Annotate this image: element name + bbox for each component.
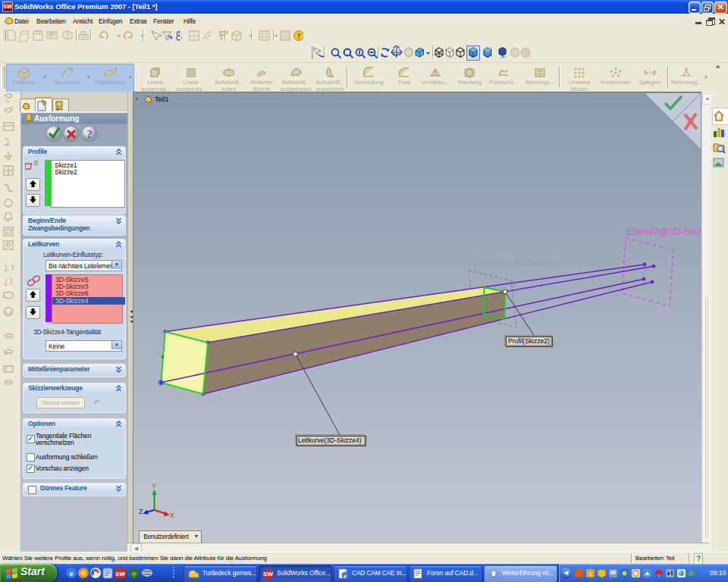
svg-text:Ebene2@3D-Skizz: Ebene2@3D-Skizz [626, 227, 701, 237]
svg-text:e: e [70, 568, 74, 577]
svg-text:0: 0 [34, 159, 38, 167]
svg-text:e: e [344, 572, 347, 580]
svg-text:X: X [170, 512, 174, 519]
svg-text:?: ? [86, 128, 93, 140]
svg-text:-ip: -ip [130, 571, 136, 577]
svg-text:Leitkurve(3D-Skizze4): Leitkurve(3D-Skizze4) [298, 436, 362, 444]
svg-text:S: S [588, 571, 592, 576]
svg-text:?: ? [297, 32, 301, 40]
svg-text:Z: Z [139, 508, 143, 515]
svg-text:Y: Y [152, 482, 156, 490]
svg-text:SW: SW [115, 571, 125, 577]
svg-text:Ebene2@3D-Skizze1: Ebene2@3D-Skizze1 [472, 258, 560, 268]
svg-text:Profil(Skizze2): Profil(Skizze2) [508, 337, 550, 345]
